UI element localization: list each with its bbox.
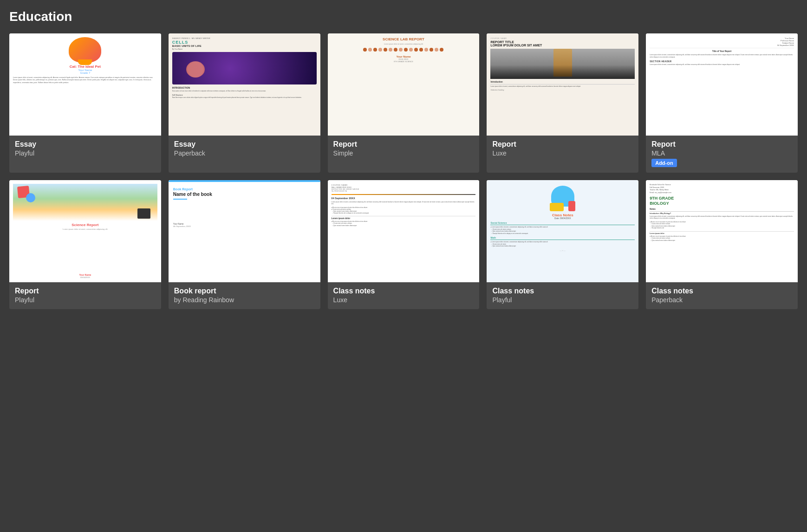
thumbnail-class-notes-playful: Class Notes Date: 09/04/20XX Social Scie… xyxy=(487,180,638,282)
page-title: Education xyxy=(9,9,798,24)
thumbnail-report-playful: Science Report Lorem ipsum dolor sit ame… xyxy=(9,180,161,282)
thumbnail-report-simple: SCIENCE LAB REPORT Lorem ipsum dolor sit… xyxy=(328,33,480,136)
card-subtype: by Reading Rainbow xyxy=(174,296,315,304)
card-label-report-luxe: Report Luxe xyxy=(487,136,638,162)
thumbnail-class-notes-luxe: COURSE NAME FALL SEMESTER 20XX INSTRUCTO… xyxy=(328,180,480,282)
card-label-report-simple: Report Simple xyxy=(328,136,480,162)
card-subtype: MLA xyxy=(651,149,792,157)
thumbnail-report-mla: Your NameProfessor NameSubject Name04 Se… xyxy=(646,33,798,136)
card-class-notes-playful[interactable]: Class Notes Date: 09/04/20XX Social Scie… xyxy=(487,180,638,309)
card-type: Essay xyxy=(15,140,156,149)
card-class-notes-paperback[interactable]: Brookside School for Science Fall Semest… xyxy=(646,180,798,309)
card-label-class-notes-playful: Class notes Playful xyxy=(487,282,638,309)
card-report-mla[interactable]: Your NameProfessor NameSubject Name04 Se… xyxy=(646,33,798,173)
card-type: Class notes xyxy=(651,287,792,295)
card-type: Report xyxy=(333,140,474,149)
card-report-playful[interactable]: Science Report Lorem ipsum dolor sit ame… xyxy=(9,180,161,309)
thumbnail-essay-playful: Cat: The Ideal Pet Your NameGrade 7 Lore… xyxy=(9,33,161,136)
card-essay-playful[interactable]: Cat: The Ideal Pet Your NameGrade 7 Lore… xyxy=(9,33,161,173)
template-grid: Cat: The Ideal Pet Your NameGrade 7 Lore… xyxy=(9,33,798,309)
card-subtype: Luxe xyxy=(333,296,474,304)
card-report-luxe[interactable]: COURSE NAME REPORT TITLELOREM IPSUM DOLO… xyxy=(487,33,638,173)
card-type: Essay xyxy=(174,140,315,149)
card-essay-paperback[interactable]: SUBJECT: PERIOD 1 · MS. WENDY WRITER CEL… xyxy=(169,33,320,173)
thumbnail-report-luxe: COURSE NAME REPORT TITLELOREM IPSUM DOLO… xyxy=(487,33,638,136)
card-label-book-rainbow: Book report by Reading Rainbow xyxy=(169,282,320,309)
card-type: Report xyxy=(651,140,792,149)
card-subtype: Playful xyxy=(492,296,633,304)
card-label-essay-playful: Essay Playful xyxy=(9,136,161,162)
card-type: Report xyxy=(492,140,633,149)
card-subtype: Simple xyxy=(333,149,474,157)
card-subtype: Paperback xyxy=(174,149,315,157)
card-book-report-rainbow[interactable]: Book Report Name of the book Your Name 4… xyxy=(169,180,320,309)
card-type: Report xyxy=(15,287,156,295)
card-label-report-mla: Report MLA Add-on xyxy=(646,136,798,173)
card-label-essay-paperback: Essay Paperback xyxy=(169,136,320,162)
card-type: Class notes xyxy=(492,287,633,295)
card-subtype: Playful xyxy=(15,149,156,157)
card-class-notes-luxe[interactable]: COURSE NAME FALL SEMESTER 20XX INSTRUCTO… xyxy=(328,180,480,309)
card-label-report-playful: Report Playful xyxy=(9,282,161,309)
card-report-simple[interactable]: SCIENCE LAB REPORT Lorem ipsum dolor sit… xyxy=(328,33,480,173)
card-label-class-notes-luxe: Class notes Luxe xyxy=(328,282,480,309)
thumbnail-essay-paperback: SUBJECT: PERIOD 1 · MS. WENDY WRITER CEL… xyxy=(169,33,320,136)
card-label-class-notes-paperback: Class notes Paperback xyxy=(646,282,798,309)
thumbnail-book-rainbow: Book Report Name of the book Your Name 4… xyxy=(169,180,320,282)
card-subtype: Paperback xyxy=(651,296,792,304)
card-subtype: Playful xyxy=(15,296,156,304)
card-type: Class notes xyxy=(333,287,474,295)
card-subtype: Luxe xyxy=(492,149,633,157)
addon-badge: Add-on xyxy=(651,159,677,167)
thumbnail-class-notes-paperback: Brookside School for Science Fall Semest… xyxy=(646,180,798,282)
card-type: Book report xyxy=(174,287,315,295)
